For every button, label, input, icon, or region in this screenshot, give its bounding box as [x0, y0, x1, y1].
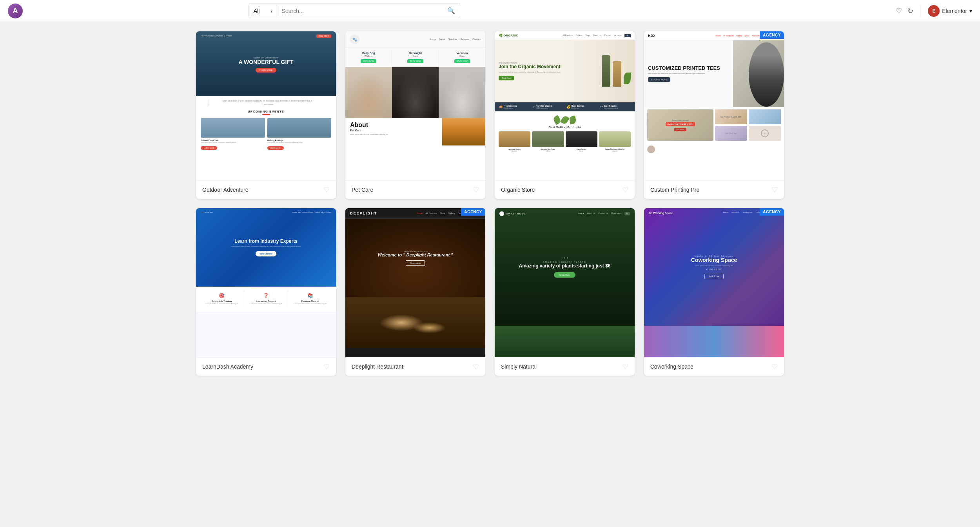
- card-footer: Simply Natural ♡: [495, 357, 635, 376]
- hero-title: Welcome to " Deeplight Restaurant ": [378, 253, 453, 258]
- product-item: Natural Coconut Olive Oil $22.00: [599, 131, 631, 152]
- favorite-button[interactable]: ♡: [771, 185, 778, 194]
- favorite-button[interactable]: ♡: [622, 185, 628, 194]
- hero-section: delightful experiences Welcome to " Deep…: [345, 219, 485, 297]
- search-input[interactable]: [276, 5, 443, 17]
- section-title: Best Selling Products: [499, 125, 631, 129]
- dog-image-3: [439, 67, 485, 118]
- event-button[interactable]: LEARN MORE: [267, 146, 284, 150]
- card-outdoor-adventure[interactable]: Home About Services Contact ONE STOP Exp…: [196, 31, 336, 199]
- hero-title: Coworking Space: [691, 257, 737, 263]
- book-button[interactable]: BOOK NOW: [407, 59, 423, 63]
- nav-bar: SIMPLY NATURAL Store ▾About UsContact Us…: [495, 211, 635, 216]
- logo: 🌿 ORGANIC: [499, 34, 518, 37]
- hero-cta-button[interactable]: LEARN MORE: [256, 68, 276, 73]
- card-preview: Home About Services Contact ONE STOP Exp…: [196, 31, 336, 180]
- product-image: +: [749, 126, 781, 141]
- book-button[interactable]: BOOK NOW: [361, 59, 376, 63]
- card-title: Deeplight Restaurant: [352, 363, 403, 370]
- feature-title: Premium Material: [290, 300, 330, 302]
- product-bottle-2: [613, 61, 621, 87]
- view-courses-button[interactable]: View Courses: [256, 251, 276, 256]
- returns-icon: ↩: [600, 105, 603, 109]
- card-organic-store[interactable]: 🌿 ORGANIC All ProductsTabletsVegeAbout U…: [495, 31, 635, 199]
- card-deeplight-restaurant[interactable]: AGENCY DEEPLIGHT Home All Courses Store …: [345, 208, 485, 376]
- banner-item: ↩ Easy Returns No questions asked: [600, 105, 631, 109]
- search-button[interactable]: 🔍: [443, 4, 460, 18]
- logo-circle: [499, 211, 504, 216]
- favorite-button[interactable]: ♡: [771, 362, 778, 371]
- card-learndash-academy[interactable]: 🎓 LearnDash Home All Courses About Conta…: [196, 208, 336, 376]
- card-simply-natural[interactable]: SIMPLY NATURAL Store ▾About UsContact Us…: [495, 208, 635, 376]
- favorites-button[interactable]: ♡: [896, 7, 902, 15]
- heart-icon: ♡: [896, 7, 902, 15]
- nav-bar: 🐾 HomeAboutServicesReviewsContact: [345, 31, 485, 47]
- card-footer: Outdoor Adventure ♡: [196, 180, 336, 199]
- card-custom-printing-pro[interactable]: AGENCY HDX HomeAll ProductsTabletsMugsAb…: [644, 31, 784, 199]
- body-section: "Lorem ipsum dolor sit amet, consectetur…: [196, 96, 336, 154]
- event-desc: Lorem ipsum dolor sit amet, consectetur …: [201, 142, 265, 144]
- dog-image-2: [392, 67, 439, 118]
- card-footer: Organic Store ♡: [495, 180, 635, 199]
- card-footer: Coworking Space ♡: [644, 357, 784, 376]
- favorite-button[interactable]: ♡: [473, 362, 479, 371]
- agency-badge: AGENCY: [760, 31, 784, 39]
- logo: HDX: [648, 34, 655, 38]
- card-footer: LearnDash Academy ♡: [196, 357, 336, 376]
- search-filter-container: All Free Pro ▾ 🔍: [249, 4, 460, 18]
- favorite-button[interactable]: ♡: [622, 362, 628, 371]
- about-title: About: [350, 122, 437, 128]
- hero-section: 🐾 HomeAboutServicesReviewsContact Daily …: [345, 31, 485, 122]
- explore-button[interactable]: EXPLORE MORE: [648, 77, 670, 82]
- footer-gradient: [644, 326, 784, 357]
- reservation-button[interactable]: Reservation: [406, 260, 425, 266]
- product-item: Black Lentils $8.00: [566, 131, 597, 152]
- product-image: [499, 131, 530, 147]
- hero-title: CUSTOMIZED PRINTED TEES: [648, 65, 729, 71]
- product-item: Best quality printed Get Printed T-SHIRT…: [647, 109, 713, 141]
- favorite-button[interactable]: ♡: [473, 185, 479, 194]
- header: A All Free Pro ▾ 🔍 ♡ ↻ E: [0, 0, 980, 22]
- hero-desc: Nam at ipsum leo. Maecenas sed condiment…: [648, 73, 729, 75]
- card-pet-care[interactable]: 🐾 HomeAboutServicesReviewsContact Daily …: [345, 31, 485, 199]
- products-grid: Assorted Coffee $12.00 Assorted Dry Frui…: [499, 131, 631, 152]
- card-coworking-space[interactable]: AGENCY Co Working Space HomeAbout UsWork…: [644, 208, 784, 376]
- event-desc: Lorem ipsum dolor sit amet, consectetur …: [267, 142, 332, 144]
- hero-title: Learn from Industry Experts: [234, 238, 298, 244]
- buy-now-button[interactable]: BUY NOW: [674, 128, 686, 131]
- shop-button[interactable]: Shop Now: [554, 272, 576, 278]
- service-item: Daily Dog Walking BOOK NOW: [345, 50, 392, 65]
- book-tour-button[interactable]: Book A Tour: [704, 274, 724, 279]
- book-button[interactable]: BOOK NOW: [454, 59, 470, 63]
- filter-select[interactable]: All Free Pro: [249, 5, 276, 17]
- leaf-decoration: [499, 116, 631, 124]
- features-section: 🎯 Actionable Training Lorem ipsum dolor …: [196, 287, 336, 311]
- hero-desc: Lorem ipsum dolor sit amet, consectetur …: [695, 265, 733, 267]
- header-actions: ♡ ↻ E Elementor ▾: [896, 5, 972, 17]
- avatar: [647, 145, 655, 153]
- dog-image-1: [345, 67, 392, 118]
- about-desc: Lorem ipsum dolor sit amet, consectetur …: [350, 133, 437, 136]
- filter-wrapper: All Free Pro ▾: [249, 5, 276, 17]
- favorite-button[interactable]: ♡: [323, 185, 330, 194]
- about-section: About Pet Care Lorem ipsum dolor sit ame…: [345, 118, 485, 145]
- favorite-button[interactable]: ♡: [323, 362, 330, 371]
- about-text: About Pet Care Lorem ipsum dolor sit ame…: [345, 118, 442, 145]
- refresh-button[interactable]: ↻: [907, 7, 913, 15]
- decoration: ✦ ✦ ✦: [561, 256, 568, 259]
- event-image: [267, 118, 332, 138]
- feature-icon: 📚: [290, 293, 330, 298]
- food-visual: [345, 297, 485, 348]
- body-background: [495, 326, 635, 357]
- event-button[interactable]: LEARN MORE: [201, 146, 217, 150]
- hero-cta-button[interactable]: Shop Now: [499, 76, 514, 80]
- elementor-button[interactable]: E Elementor ▾: [928, 5, 972, 17]
- product-item: Assorted Dry Fruits $18.00: [532, 131, 564, 152]
- card-title: Coworking Space: [650, 363, 693, 370]
- food-image: [345, 297, 485, 348]
- feature-item: 📚 Premium Material Lorem ipsum dolor sit…: [288, 291, 332, 307]
- hero-title: Amazing variety of plants starting just …: [519, 263, 610, 269]
- hero-section: Co Working Space HomeAbout UsWorkspacePr…: [644, 208, 784, 326]
- services-section: Daily Dog Walking BOOK NOW Overnight Car…: [345, 47, 485, 67]
- product-image: Get Printed Mug @ $15!: [715, 109, 747, 124]
